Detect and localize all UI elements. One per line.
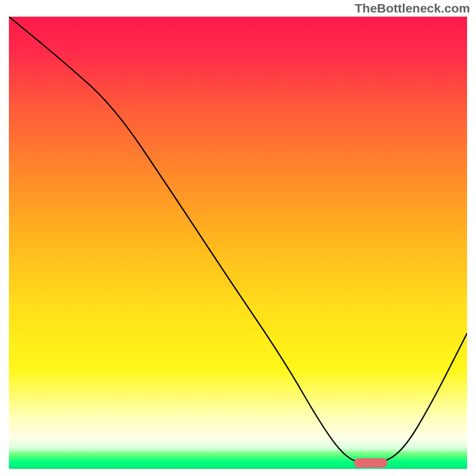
bottleneck-curve [9, 17, 467, 469]
chart-area [9, 17, 467, 469]
watermark-text: TheBottleneck.com [355, 1, 470, 15]
optimal-marker [354, 458, 387, 468]
